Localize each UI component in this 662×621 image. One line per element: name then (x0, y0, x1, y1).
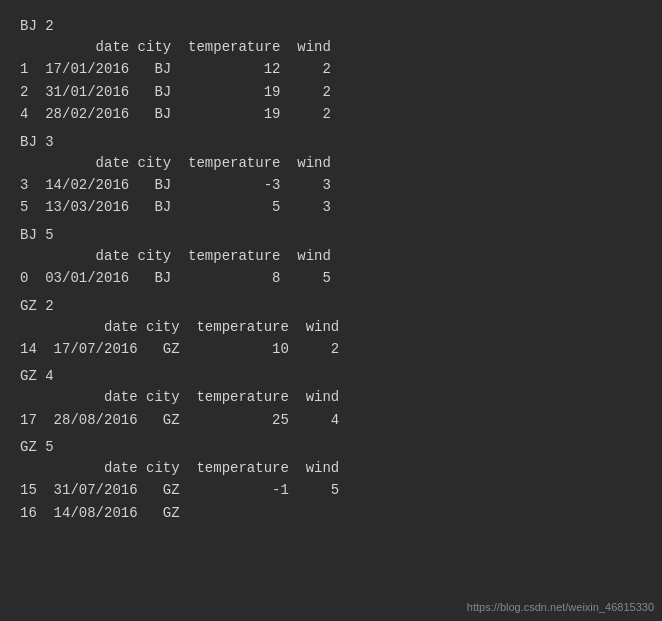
table-row: 17 28/08/2016 GZ 25 4 (20, 409, 642, 431)
group-header-bj2: BJ 2 (20, 18, 642, 34)
group-header-gz5: GZ 5 (20, 439, 642, 455)
table-row: 1 17/01/2016 BJ 12 2 (20, 58, 642, 80)
table-block-gz2: date city temperature wind14 17/07/2016 … (20, 316, 642, 361)
table-row: 4 28/02/2016 BJ 19 2 (20, 103, 642, 125)
content-area: BJ 2 date city temperature wind1 17/01/2… (20, 18, 642, 524)
table-header-row: date city temperature wind (20, 386, 642, 408)
table-header-row: date city temperature wind (20, 316, 642, 338)
table-block-gz5: date city temperature wind15 31/07/2016 … (20, 457, 642, 524)
table-row: 14 17/07/2016 GZ 10 2 (20, 338, 642, 360)
table-row: 16 14/08/2016 GZ (20, 502, 642, 524)
table-block-bj3: date city temperature wind3 14/02/2016 B… (20, 152, 642, 219)
table-row: 0 03/01/2016 BJ 8 5 (20, 267, 642, 289)
table-block-bj5: date city temperature wind0 03/01/2016 B… (20, 245, 642, 290)
watermark: https://blog.csdn.net/weixin_46815330 (467, 601, 654, 613)
table-row: 2 31/01/2016 BJ 19 2 (20, 81, 642, 103)
table-row: 3 14/02/2016 BJ -3 3 (20, 174, 642, 196)
table-header-row: date city temperature wind (20, 36, 642, 58)
table-row: 15 31/07/2016 GZ -1 5 (20, 479, 642, 501)
table-block-gz4: date city temperature wind17 28/08/2016 … (20, 386, 642, 431)
table-row: 5 13/03/2016 BJ 5 3 (20, 196, 642, 218)
table-header-row: date city temperature wind (20, 457, 642, 479)
table-header-row: date city temperature wind (20, 245, 642, 267)
group-header-gz2: GZ 2 (20, 298, 642, 314)
table-block-bj2: date city temperature wind1 17/01/2016 B… (20, 36, 642, 126)
group-header-gz4: GZ 4 (20, 368, 642, 384)
group-header-bj5: BJ 5 (20, 227, 642, 243)
group-header-bj3: BJ 3 (20, 134, 642, 150)
table-header-row: date city temperature wind (20, 152, 642, 174)
